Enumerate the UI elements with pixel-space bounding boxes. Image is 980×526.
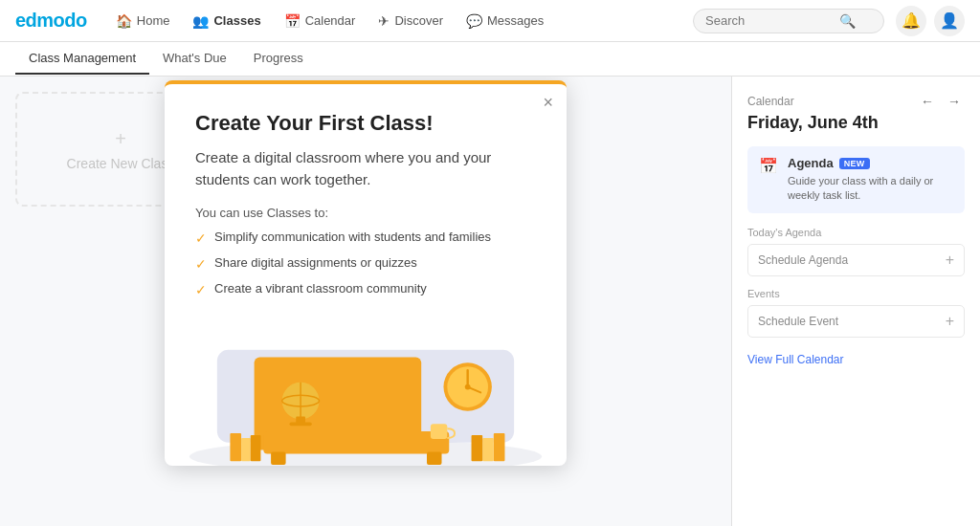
schedule-agenda-text: Schedule Agenda — [758, 253, 848, 267]
checklist-text-3: Create a vibrant classroom community — [214, 281, 427, 296]
calendar-header: Calendar ← → — [747, 92, 965, 111]
top-nav: edmodo 🏠 Home 👥 Classes 📅 Calendar ✈ Dis… — [0, 0, 980, 42]
svg-rect-16 — [431, 424, 447, 439]
subnav-class-management[interactable]: Class Management — [15, 43, 149, 75]
svg-rect-22 — [472, 435, 483, 461]
checklist-text-2: Share digital assignments or quizzes — [214, 255, 417, 270]
nav-items: 🏠 Home 👥 Classes 📅 Calendar ✈ Discover 💬… — [106, 8, 693, 34]
schedule-event-plus-icon[interactable]: + — [946, 313, 954, 330]
agenda-new-badge: NEW — [839, 158, 870, 169]
nav-item-messages-label: Messages — [487, 13, 544, 28]
nav-item-discover[interactable]: ✈ Discover — [368, 8, 453, 34]
bell-icon: 🔔 — [902, 11, 921, 30]
nav-item-calendar-label: Calendar — [305, 13, 356, 28]
schedule-agenda-row[interactable]: Schedule Agenda + — [747, 244, 965, 276]
svg-rect-20 — [494, 433, 505, 461]
nav-item-discover-label: Discover — [394, 13, 443, 28]
checklist-item-1: ✓ Simplify communication with students a… — [195, 230, 536, 246]
svg-rect-19 — [251, 435, 261, 461]
events-label: Events — [747, 288, 965, 299]
svg-rect-15 — [427, 451, 442, 465]
check-icon-2: ✓ — [195, 256, 207, 272]
schedule-agenda-plus-icon[interactable]: + — [946, 252, 954, 269]
agenda-title-row: Agenda NEW — [788, 156, 953, 170]
modal-checklist: ✓ Simplify communication with students a… — [195, 230, 536, 297]
nav-item-calendar[interactable]: 📅 Calendar — [275, 8, 366, 34]
nav-item-classes[interactable]: 👥 Classes — [183, 8, 270, 34]
modal-sub-label: You can use Classes to: — [195, 206, 536, 220]
search-bar: 🔍 — [693, 9, 884, 33]
nav-item-classes-label: Classes — [213, 13, 260, 28]
checklist-item-2: ✓ Share digital assignments or quizzes — [195, 255, 536, 272]
check-icon-3: ✓ — [195, 282, 207, 297]
modal-description: Create a digital classroom where you and… — [195, 147, 536, 190]
modal-close-button[interactable]: × — [543, 94, 553, 111]
logo[interactable]: edmodo — [15, 10, 87, 32]
svg-rect-14 — [271, 451, 286, 465]
nav-item-messages[interactable]: 💬 Messages — [457, 8, 553, 34]
checklist-text-1: Simplify communication with students and… — [214, 230, 491, 244]
sub-nav: Class Management What's Due Progress — [0, 42, 980, 77]
svg-rect-17 — [230, 433, 241, 461]
agenda-description: Guide your class with a daily or weekly … — [788, 174, 953, 204]
agenda-title: Agenda — [788, 156, 834, 170]
view-full-calendar-link[interactable]: View Full Calendar — [747, 353, 844, 366]
modal-overlay: × Create Your First Class! Create a digi… — [0, 77, 731, 526]
nav-right-icons: 🔔 👤 — [896, 6, 965, 36]
left-panel: + Create New Class × Create Your First C… — [0, 77, 731, 526]
modal-illustration — [165, 313, 567, 466]
discover-icon: ✈ — [378, 13, 390, 29]
svg-rect-18 — [241, 438, 251, 461]
calendar-next-button[interactable]: → — [944, 92, 965, 111]
right-panel: Calendar ← → Friday, June 4th 📅 Agenda N… — [731, 77, 980, 526]
nav-item-home-label: Home — [137, 13, 170, 28]
schedule-event-text: Schedule Event — [758, 315, 838, 328]
messages-icon: 💬 — [466, 13, 482, 29]
checklist-item-3: ✓ Create a vibrant classroom community — [195, 281, 536, 297]
calendar-date: Friday, June 4th — [747, 113, 965, 133]
schedule-event-row[interactable]: Schedule Event + — [747, 305, 965, 338]
search-icon: 🔍 — [839, 13, 856, 29]
calendar-icon: 📅 — [284, 13, 301, 29]
classroom-illustration-svg — [165, 313, 567, 466]
create-class-modal: × Create Your First Class! Create a digi… — [165, 80, 567, 466]
svg-rect-21 — [482, 438, 494, 461]
nav-item-home[interactable]: 🏠 Home — [106, 8, 180, 34]
subnav-whats-due[interactable]: What's Due — [149, 43, 240, 75]
agenda-calendar-icon: 📅 — [759, 157, 778, 175]
main-layout: + Create New Class × Create Your First C… — [0, 77, 980, 526]
modal-title: Create Your First Class! — [195, 111, 536, 136]
search-input[interactable] — [705, 13, 839, 28]
agenda-card-body: Agenda NEW Guide your class with a daily… — [788, 156, 953, 204]
calendar-prev-button[interactable]: ← — [917, 92, 938, 111]
svg-rect-7 — [289, 422, 311, 426]
home-icon: 🏠 — [116, 13, 132, 29]
avatar-icon: 👤 — [940, 11, 959, 30]
svg-rect-13 — [263, 431, 449, 453]
profile-button[interactable]: 👤 — [934, 6, 965, 36]
check-icon-1: ✓ — [195, 230, 207, 246]
subnav-progress[interactable]: Progress — [240, 43, 317, 75]
classes-icon: 👥 — [192, 13, 209, 29]
modal-content: Create Your First Class! Create a digita… — [165, 84, 567, 297]
today-agenda-label: Today's Agenda — [747, 227, 965, 238]
calendar-nav: ← → — [917, 92, 965, 111]
agenda-card: 📅 Agenda NEW Guide your class with a dai… — [747, 146, 965, 213]
calendar-label: Calendar — [747, 95, 794, 108]
notifications-button[interactable]: 🔔 — [896, 6, 926, 36]
